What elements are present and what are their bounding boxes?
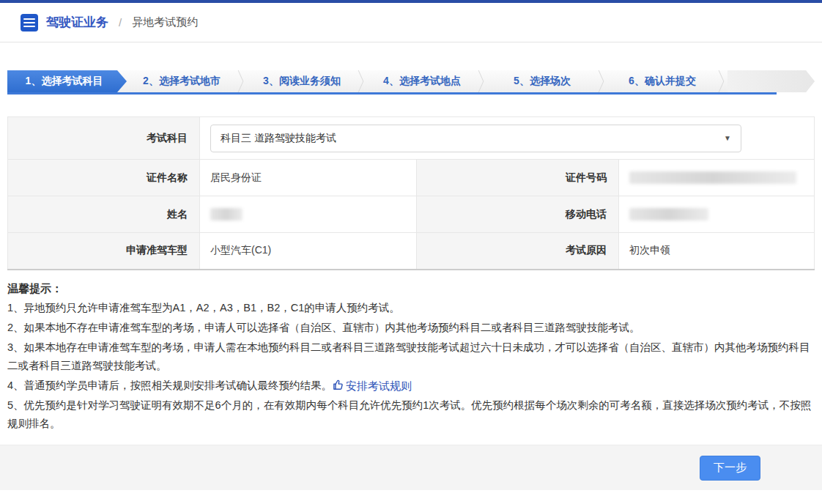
table-row: 考试科目 科目三 道路驾驶技能考试 ▼ — [8, 117, 815, 160]
mobile-redacted-value — [629, 208, 708, 220]
step-tab-1-select-subject[interactable]: 1、选择考试科目 — [7, 70, 127, 92]
tip-item-3: 3、如果本地存在申请准驾车型的考场，申请人需在本地预约科目二或者科目三道路驾驶技… — [7, 338, 815, 375]
tip-item-5: 5、优先预约是针对学习驾驶证明有效期不足6个月的，在有效期内每个科目允许优先预约… — [7, 396, 815, 433]
exam-reason-label: 考试原因 — [417, 233, 619, 270]
step-tab-6-confirm-submit[interactable]: 6、确认并提交 — [607, 70, 717, 92]
step-tab-5-select-session[interactable]: 5、选择场次 — [487, 70, 597, 92]
tab-chevron-separator — [597, 70, 607, 92]
vehicle-type-value: 小型汽车(C1) — [200, 233, 417, 270]
tip-item-2: 2、如果本地不存在申请准驾车型的考场，申请人可以选择省（自治区、直辖市）内其他考… — [7, 319, 815, 337]
module-title: 驾驶证业务 — [46, 14, 108, 31]
breadcrumb-current: 异地考试预约 — [132, 15, 198, 29]
tip-item-1: 1、异地预约只允许申请准驾车型为A1，A2，A3，B1，B2，C1的申请人预约考… — [7, 299, 815, 317]
chevron-down-icon: ▼ — [724, 134, 731, 142]
tips-section: 温馨提示： 1、异地预约只允许申请准驾车型为A1，A2，A3，B1，B2，C1的… — [7, 280, 815, 434]
id-number-label: 证件号码 — [417, 160, 619, 196]
vehicle-type-label: 申请准驾车型 — [8, 233, 200, 270]
tab-chevron-separator — [477, 70, 487, 92]
breadcrumb-separator: / — [119, 16, 122, 29]
id-type-value: 居民身份证 — [200, 160, 417, 196]
name-label: 姓名 — [8, 196, 200, 233]
tab-bar-filler — [727, 70, 815, 92]
exam-subject-label: 考试科目 — [8, 117, 200, 160]
table-row: 姓名 移动电话 — [8, 196, 815, 233]
next-step-button[interactable]: 下一步 — [700, 456, 760, 481]
exam-rules-link-text: 安排考试规则 — [346, 377, 412, 395]
page-header: 驾驶证业务 / 异地考试预约 — [0, 3, 822, 42]
tab-chevron-separator — [237, 70, 247, 92]
step-tab-bar: 1、选择考试科目 2、选择考试地市 3、阅读业务须知 4、选择考试地点 5、选择… — [7, 70, 815, 94]
id-type-label: 证件名称 — [8, 160, 200, 196]
tab-chevron-separator — [717, 70, 727, 92]
id-number-redacted-value — [629, 171, 796, 184]
list-icon — [21, 14, 38, 32]
exam-subject-selected-value: 科目三 道路驾驶技能考试 — [221, 132, 336, 145]
exam-reason-value: 初次申领 — [619, 233, 815, 270]
thumb-up-icon — [332, 379, 344, 391]
step-tab-4-select-site[interactable]: 4、选择考试地点 — [367, 70, 477, 92]
footer-action-bar: 下一步 — [0, 445, 822, 490]
table-row: 证件名称 居民身份证 证件号码 — [8, 160, 815, 196]
step-tab-3-read-notice[interactable]: 3、阅读业务须知 — [247, 70, 357, 92]
mobile-label: 移动电话 — [417, 196, 619, 233]
exam-subject-select[interactable]: 科目三 道路驾驶技能考试 ▼ — [210, 125, 741, 152]
application-info-table: 考试科目 科目三 道路驾驶技能考试 ▼ 证件名称 居民身份证 证件号码 姓名 移… — [7, 116, 815, 270]
tip-item-4: 4、普通预约学员申请后，按照相关规则安排考试确认最终预约结果。安排考试规则 — [7, 377, 815, 396]
tips-title: 温馨提示： — [7, 280, 815, 297]
table-row: 申请准驾车型 小型汽车(C1) 考试原因 初次申领 — [8, 233, 815, 270]
tab-bar-underline — [7, 92, 777, 94]
tab-chevron-separator — [357, 70, 367, 92]
name-redacted-value — [210, 208, 242, 220]
tip-item-4-text: 4、普通预约学员申请后，按照相关规则安排考试确认最终预约结果。 — [7, 379, 332, 391]
exam-rules-link[interactable]: 安排考试规则 — [332, 377, 412, 395]
step-tab-2-select-city[interactable]: 2、选择考试地市 — [127, 70, 237, 92]
